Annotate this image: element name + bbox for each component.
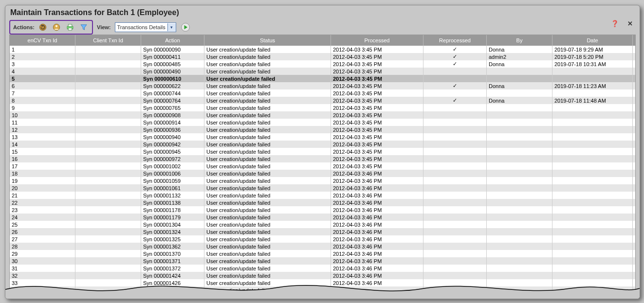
view-select[interactable]: Transactions Details ▾ (115, 22, 176, 32)
table-row[interactable]: 11Syn 000000914User creation/update fail… (10, 119, 635, 126)
table-row[interactable]: 10Syn 000000908User creation/update fail… (10, 111, 635, 119)
cell-client (75, 97, 141, 104)
cell-processed: 2012-04-03 3:45 PM (331, 89, 423, 97)
table-row[interactable]: 5Syn 000000610User creation/update faile… (10, 75, 635, 82)
cell-processed: 2012-04-03 3:45 PM (331, 68, 423, 75)
cell-client (75, 192, 141, 199)
table-row[interactable]: 20Syn 000001061User creation/update fail… (10, 184, 635, 192)
cell-by (487, 243, 552, 250)
col-status[interactable]: Status (204, 35, 331, 46)
cell-processed: 2012-04-03 3:45 PM (331, 75, 423, 82)
cell-action: Syn 000001371 (141, 257, 204, 265)
cell-status: User creation/update failed (204, 133, 331, 141)
cell-reprocessed (423, 199, 487, 206)
cell-id: 24 (10, 214, 75, 221)
table-row[interactable]: 4Syn 000000490User creation/update faile… (10, 68, 635, 75)
cell-status: User creation/update failed (204, 235, 331, 243)
table-row[interactable]: 28Syn 000001362User creation/update fail… (10, 243, 635, 250)
table-row[interactable]: 27Syn 000001325User creation/update fail… (10, 235, 635, 243)
table-row[interactable]: 8Syn 000000764User creation/update faile… (10, 97, 635, 104)
table-row[interactable]: 18Syn 000001006User creation/update fail… (10, 170, 635, 177)
table-row[interactable]: 32Syn 000001424User creation/update fail… (10, 272, 635, 279)
table-row[interactable]: 33Syn 000001426User creation/update fail… (10, 279, 635, 286)
col-by[interactable]: By (487, 35, 552, 46)
cell-reprocessed (423, 155, 487, 162)
table-row[interactable]: 7Syn 000000744User creation/update faile… (10, 89, 635, 97)
cell-action: Syn 000001324 (141, 228, 204, 235)
close-button[interactable]: ✕ (626, 19, 635, 28)
table-body[interactable]: 1Syn 000000090User creation/update faile… (10, 46, 635, 298)
cell-reprocessed (423, 243, 487, 250)
cell-by: admin2 (487, 53, 552, 60)
table-row[interactable]: 17Syn 000001002User creation/update fail… (10, 162, 635, 170)
cell-status: User creation/update failed (204, 170, 331, 177)
table-row[interactable]: 22Syn 000001138User creation/update fail… (10, 199, 635, 206)
cell-by (487, 133, 552, 141)
col-processed[interactable]: Processed (331, 35, 423, 46)
cell-processed: 2012-04-03 3:45 PM (331, 126, 423, 133)
table-row[interactable]: 24Syn 000001179User creation/update fail… (10, 214, 635, 221)
col-client[interactable]: Client Txn Id (75, 35, 141, 46)
table-row[interactable]: 1Syn 000000090User creation/update faile… (10, 46, 635, 53)
reprocess-user-icon[interactable] (51, 22, 62, 33)
print-icon[interactable] (65, 22, 75, 33)
table-row[interactable]: 6Syn 000000622User creation/update faile… (10, 82, 635, 89)
cell-reprocessed (423, 228, 487, 235)
svg-rect-4 (68, 24, 72, 27)
cell-processed: 2012-04-03 3:45 PM (331, 148, 423, 155)
cell-id: 26 (10, 228, 75, 235)
table-row[interactable]: 15Syn 000000945User creation/update fail… (10, 148, 635, 155)
cell-status: User creation/update failed (204, 177, 331, 184)
cell-client (75, 53, 141, 60)
cell-action: Syn 000001362 (141, 243, 204, 250)
cell-processed: 2012-04-03 3:46 PM (331, 214, 423, 221)
cell-reprocessed: ✓ (423, 53, 487, 60)
table-row[interactable]: 29Syn 000001370User creation/update fail… (10, 250, 635, 257)
cell-by (487, 119, 552, 126)
table-row[interactable]: 2Syn 000000411User creation/update faile… (10, 53, 635, 60)
cell-id: 13 (10, 133, 75, 141)
cell-client (75, 286, 141, 294)
table-header: enCV Txn Id Client Txn Id Action Status … (10, 35, 635, 46)
col-action[interactable]: Action (141, 35, 204, 46)
cell-date (552, 126, 633, 133)
help-button[interactable]: ❓ (609, 19, 621, 28)
cell-client (75, 243, 141, 250)
table-row[interactable]: User creation/update failed (10, 286, 635, 294)
col-reprocessed[interactable]: Reprocessed (423, 35, 487, 46)
table-row[interactable]: 30Syn 000001371User creation/update fail… (10, 257, 635, 265)
table-row[interactable]: 26Syn 000001324User creation/update fail… (10, 228, 635, 235)
col-id[interactable]: enCV Txn Id (10, 35, 75, 46)
cell-processed: 2012-04-03 3:45 PM (331, 46, 423, 53)
col-date[interactable]: Date (552, 35, 633, 46)
cell-status: User creation/update failed (204, 126, 331, 133)
cell-client (75, 228, 141, 235)
reprocess-icon[interactable] (37, 22, 48, 33)
cell-reprocessed: ✓ (423, 46, 487, 53)
table-row[interactable]: 16Syn 000000972User creation/update fail… (10, 155, 635, 162)
cell-action: Syn 000001002 (141, 162, 204, 170)
cell-id: 21 (10, 192, 75, 199)
table-row[interactable]: 21Syn 000001132User creation/update fail… (10, 192, 635, 199)
window: Maintain Transactions for Batch 1 (Emplo… (5, 5, 640, 299)
cell-reprocessed (423, 177, 487, 184)
cell-status: User creation/update failed (204, 141, 331, 148)
table-row[interactable]: 13Syn 000000940User creation/update fail… (10, 133, 635, 141)
table-row[interactable]: 25Syn 000001304User creation/update fail… (10, 221, 635, 228)
table-row[interactable]: 23Syn 000001178User creation/update fail… (10, 206, 635, 214)
cell-id: 20 (10, 184, 75, 192)
cell-date (552, 148, 633, 155)
cell-status: User creation/update failed (204, 119, 331, 126)
table-row[interactable]: 31Syn 000001372User creation/update fail… (10, 265, 635, 272)
filter-icon[interactable] (78, 22, 89, 33)
cell-reprocessed: ✓ (423, 82, 487, 89)
table-row[interactable]: 3Syn 000000485User creation/update faile… (10, 60, 635, 68)
cell-action: Syn 000001370 (141, 250, 204, 257)
table-row[interactable]: 9Syn 000000765User creation/update faile… (10, 104, 635, 111)
cell-id: 33 (10, 279, 75, 286)
table-row[interactable]: 12Syn 000000936User creation/update fail… (10, 126, 635, 133)
table-row[interactable]: 14Syn 000000942User creation/update fail… (10, 141, 635, 148)
table-row[interactable]: 19Syn 000001059User creation/update fail… (10, 177, 635, 184)
go-button[interactable] (180, 22, 191, 33)
cell-by (487, 148, 552, 155)
